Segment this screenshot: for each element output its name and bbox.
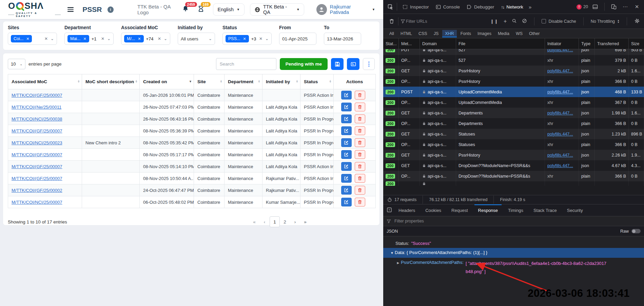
tab-debugger[interactable]: Debugger <box>463 0 497 14</box>
header-initiated-by[interactable]: Initiated by▲▼ <box>262 74 300 89</box>
clear-requests-button[interactable] <box>387 17 396 26</box>
clear-icon[interactable]: ✕ <box>44 36 48 41</box>
network-settings-button[interactable] <box>634 18 640 25</box>
error-count-button[interactable]: ! 20 <box>577 4 588 10</box>
page-button[interactable]: › <box>290 216 300 227</box>
sites-multiselect[interactable]: Coi...✕ ✕⌄ <box>8 33 57 45</box>
chip-remove-icon[interactable]: ✕ <box>83 37 86 41</box>
request-initiator[interactable]: xhr <box>545 118 579 129</box>
edit-button[interactable] <box>341 162 352 171</box>
user-menu[interactable]: Rajkumar Pativada ▼ <box>316 4 375 15</box>
chip-remove-icon[interactable]: ✕ <box>138 37 141 41</box>
header-status[interactable]: Status▲▼ <box>300 74 334 89</box>
moc-link[interactable]: M/TTK/COI/(GF/25/00007 <box>12 152 62 157</box>
more-tabs-button[interactable]: » <box>527 4 533 10</box>
moc-link[interactable]: M/TTK/COI/(GF/25/00002 <box>12 188 62 193</box>
edit-button[interactable] <box>341 174 352 183</box>
delete-button[interactable] <box>355 114 365 123</box>
add-icon[interactable]: + <box>504 18 507 24</box>
network-request-row[interactable]: 200 OP... api-qa-s... Departments xhr pl… <box>383 118 644 129</box>
moc-link[interactable]: M/TTK/COI/NCI/25/00023 <box>12 140 62 145</box>
moc-multiselect[interactable]: M/...✕ +74 ✕⌄ <box>121 33 170 45</box>
request-initiator[interactable]: polyfills.447... <box>545 87 579 97</box>
moc-link[interactable]: M/TTK/COI/(GF/25/00007 <box>12 176 62 181</box>
delete-button[interactable] <box>355 186 365 195</box>
filter-properties-input[interactable] <box>394 218 445 224</box>
close-devtools-button[interactable]: ✕ <box>632 2 641 11</box>
delete-button[interactable] <box>355 174 365 183</box>
tab-network[interactable]: ↑↓ Network <box>497 0 527 14</box>
request-initiator[interactable]: xhr <box>545 97 579 108</box>
request-initiator[interactable]: polyfills.447... <box>545 129 579 139</box>
pick-element-button[interactable] <box>386 2 395 11</box>
responsive-mode-button[interactable] <box>609 2 618 11</box>
network-request-row[interactable]: 200 OP... api-qa-s... UploadCommentMedia… <box>383 97 644 108</box>
request-initiator[interactable]: xhr <box>545 55 579 66</box>
delete-button[interactable] <box>355 103 365 111</box>
column-initiator[interactable]: Initiator <box>545 38 579 49</box>
request-initiator[interactable]: xhr <box>545 139 579 150</box>
type-filter[interactable]: JS <box>431 30 442 37</box>
edit-button[interactable] <box>341 186 352 195</box>
network-request-row[interactable]: 200 OP... api-qa-s... PssrHistory xhr pl… <box>383 76 644 87</box>
column-size[interactable]: Size <box>629 38 644 49</box>
menu-icon[interactable] <box>67 7 74 12</box>
clear-icon[interactable]: ✕ <box>101 36 104 41</box>
delete-button[interactable] <box>355 150 365 159</box>
network-request-row[interactable]: 200 <box>383 181 644 186</box>
raw-toggle[interactable] <box>631 229 641 233</box>
request-initiator[interactable]: polyfills.447... <box>545 49 579 55</box>
detail-tab[interactable]: Cookies <box>420 204 446 216</box>
header-moc-short-description[interactable]: MoC short description▲▼ <box>82 74 140 89</box>
clear-icon[interactable]: ✕ <box>158 36 161 41</box>
edit-button[interactable] <box>341 114 352 123</box>
page-button[interactable]: 2 <box>280 216 290 227</box>
detail-tab[interactable]: Security <box>562 204 588 216</box>
column-file[interactable]: File <box>456 38 545 49</box>
network-request-row[interactable]: 200 GET api-qa-s... PssrHistory polyfill… <box>383 150 644 160</box>
type-filter[interactable]: Fonts <box>458 30 474 37</box>
column-type[interactable]: Type <box>579 38 595 49</box>
request-initiator[interactable] <box>545 181 579 186</box>
moc-link[interactable]: M/TTK/COI/(GF/25/00007 <box>12 128 62 133</box>
type-filter[interactable]: Media <box>495 30 512 37</box>
meatball-menu-button[interactable]: ⋯ <box>621 2 630 11</box>
page-button[interactable]: 1 <box>270 216 280 227</box>
save-button[interactable] <box>331 58 344 70</box>
edit-button[interactable] <box>341 138 352 147</box>
type-filter[interactable]: Images <box>475 30 494 37</box>
delete-button[interactable] <box>355 91 365 100</box>
request-initiator[interactable]: polyfills.447... <box>545 160 579 171</box>
clear-icon[interactable]: ✕ <box>259 36 262 41</box>
json-data-row[interactable]: ▼ Data: { PssrCommentAttachmentPaths: (1… <box>383 248 644 258</box>
network-request-row[interactable]: 200 OP... api-qa-s... DropDown??ModuleNa… <box>383 171 644 181</box>
network-request-row[interactable]: 200 PUT api-qa-s... 527 polyfills.447...… <box>383 49 644 55</box>
network-request-row[interactable]: 200 GET api-qa-s... DropDown??ModuleName… <box>383 160 644 171</box>
network-request-row[interactable]: 200 GET api-qa-s... Departments polyfill… <box>383 108 644 118</box>
type-filter[interactable]: CSS <box>416 30 430 37</box>
delete-button[interactable] <box>355 138 365 147</box>
page-button[interactable]: ‹ <box>259 216 270 227</box>
pause-icon[interactable]: ❙❙ <box>490 19 499 24</box>
filter-urls-input[interactable] <box>405 19 456 24</box>
request-initiator[interactable]: xhr <box>545 76 579 87</box>
department-multiselect[interactable]: Mai...✕ +1 ✕⌄ <box>64 33 114 45</box>
filter-chip[interactable]: M/...✕ <box>124 35 144 42</box>
json-status-row[interactable]: Status: "Success" <box>383 239 644 248</box>
edit-button[interactable] <box>341 103 352 111</box>
page-button[interactable]: » <box>300 216 310 227</box>
request-initiator[interactable]: xhr <box>545 171 579 181</box>
header-associated-moc[interactable]: Associated MoC▲▼ <box>8 74 82 89</box>
card-view-button[interactable] <box>347 58 359 70</box>
moc-link[interactable]: M/TTK/COI/(GF/25/00007 <box>12 164 62 169</box>
moc-link[interactable]: M/TTK/COI/(Ne/25/00011 <box>12 105 61 110</box>
moc-link[interactable]: M/TTK/COI/NCI/25/00038 <box>12 116 62 122</box>
moc-link[interactable]: M/TTK/COI/NCI/25/00007 <box>12 200 62 205</box>
throttling-select[interactable]: No Throttling ▲▼ <box>591 19 620 24</box>
disable-cache-checkbox[interactable]: Disable Cache <box>542 19 576 24</box>
detail-tab[interactable]: Timings <box>503 204 528 216</box>
moc-link[interactable]: M/TTK/COI/(GF/25/00007 <box>12 93 62 98</box>
site-selector[interactable]: TTK Beta - QA ▼ <box>250 3 304 16</box>
tab-inspector[interactable]: Inspector <box>399 0 432 14</box>
initiated-by-select[interactable]: All users ⌄ <box>178 33 215 45</box>
